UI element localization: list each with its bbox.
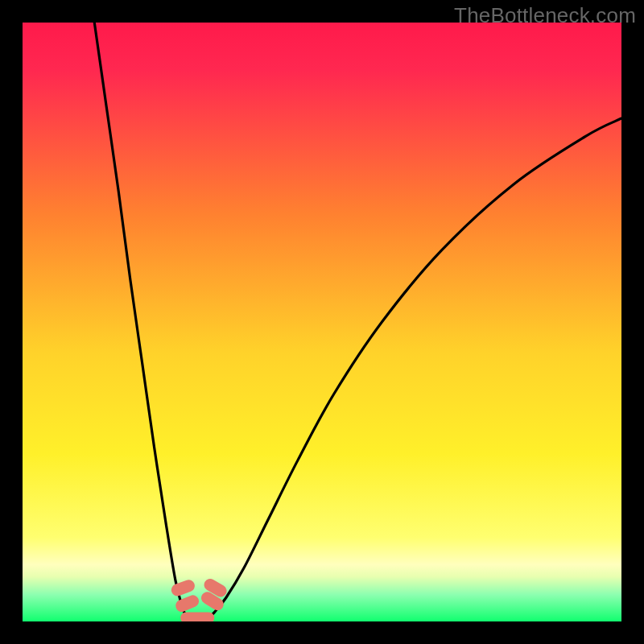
- gradient-background: [23, 23, 621, 621]
- plot-svg: [23, 23, 621, 621]
- chart-frame: TheBottleneck.com: [0, 0, 644, 644]
- floor-marker: [180, 613, 214, 621]
- watermark-text: TheBottleneck.com: [454, 3, 636, 28]
- svg-rect-4: [180, 613, 214, 621]
- plot-area: [23, 23, 621, 621]
